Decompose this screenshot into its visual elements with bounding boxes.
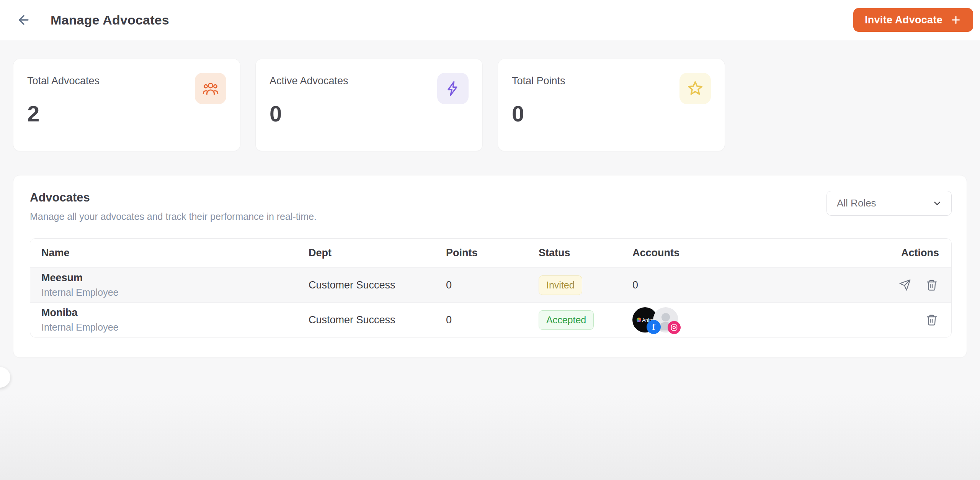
back-button[interactable]	[15, 11, 32, 28]
advocate-role: Internal Employee	[41, 287, 308, 298]
stat-value: 0	[270, 101, 469, 126]
advocate-actions-cell	[858, 278, 951, 292]
stat-value: 2	[27, 101, 226, 126]
advocate-dept: Customer Success	[308, 314, 445, 326]
advocate-accounts: 0	[632, 279, 858, 291]
top-bar: Manage Advocates Invite Advocate	[0, 0, 980, 40]
advocate-actions-cell	[858, 313, 951, 327]
status-badge: Accepted	[539, 310, 594, 330]
status-badge: Invited	[539, 275, 582, 295]
advocate-status-cell: Accepted	[538, 310, 632, 330]
table-row: Moniba Internal Employee Customer Succes…	[30, 302, 951, 337]
advocate-dept: Customer Success	[308, 279, 445, 291]
advocate-name-cell: Moniba Internal Employee	[30, 307, 308, 333]
invite-advocate-button[interactable]: Invite Advocate	[853, 8, 973, 32]
arrow-left-icon	[16, 13, 31, 27]
advocate-name-cell: Meesum Internal Employee	[30, 272, 308, 298]
advocate-points: 0	[445, 279, 538, 291]
trash-icon	[926, 314, 938, 326]
advocates-section: Advocates Manage all your advocates and …	[13, 175, 967, 358]
lightning-bolt-icon	[437, 73, 469, 104]
advocate-name: Meesum	[41, 272, 308, 284]
column-header-actions: Actions	[858, 247, 951, 259]
chevron-down-icon	[932, 198, 942, 208]
star-icon	[679, 73, 711, 104]
table-row: Meesum Internal Employee Customer Succes…	[30, 267, 951, 302]
roles-filter-value: All Roles	[837, 197, 876, 209]
roles-filter-select[interactable]: All Roles	[826, 191, 952, 216]
column-header-accounts: Accounts	[632, 247, 858, 259]
table-header-row: Name Dept Points Status Accounts Actions	[30, 239, 951, 267]
logo-dot	[637, 318, 641, 322]
column-header-name: Name	[30, 247, 308, 259]
column-header-status: Status	[538, 247, 632, 259]
trash-icon	[926, 279, 938, 291]
account-avatar-stack: Anim f	[632, 307, 858, 333]
stat-card-total-advocates: Total Advocates 2	[13, 59, 240, 151]
send-icon	[899, 279, 911, 291]
instagram-icon	[668, 321, 681, 334]
advocate-accounts: Anim f	[632, 307, 858, 333]
advocate-points: 0	[445, 314, 538, 326]
send-invite-button[interactable]	[898, 278, 912, 292]
column-header-dept: Dept	[308, 247, 445, 259]
stats-row: Total Advocates 2 Active Advocates 0 Tot…	[13, 59, 967, 151]
stat-card-total-points: Total Points 0	[498, 59, 725, 151]
plus-icon	[950, 14, 962, 26]
advocates-table: Name Dept Points Status Accounts Actions…	[30, 238, 952, 337]
delete-advocate-button[interactable]	[924, 313, 939, 327]
page-title: Manage Advocates	[51, 13, 169, 28]
delete-advocate-button[interactable]	[924, 278, 939, 292]
advocate-role: Internal Employee	[41, 322, 308, 333]
advocates-title: Advocates	[30, 191, 317, 205]
advocates-subtitle: Manage all your advocates and track thei…	[30, 211, 317, 222]
stat-value: 0	[512, 101, 711, 126]
edge-floating-button[interactable]	[0, 367, 10, 388]
advocate-status-cell: Invited	[538, 275, 632, 295]
stat-card-active-advocates: Active Advocates 0	[255, 59, 483, 151]
invite-advocate-label: Invite Advocate	[865, 14, 942, 26]
column-header-points: Points	[445, 247, 538, 259]
facebook-icon: f	[647, 320, 661, 334]
advocate-name: Moniba	[41, 307, 308, 319]
users-group-icon	[195, 73, 226, 104]
